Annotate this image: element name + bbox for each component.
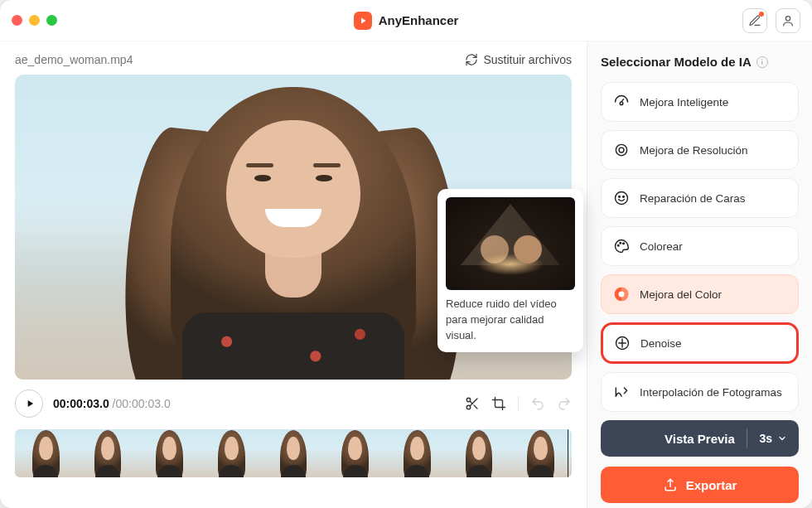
user-icon bbox=[781, 14, 795, 27]
refresh-icon bbox=[465, 53, 478, 66]
timeline-frame[interactable] bbox=[448, 429, 510, 477]
color-wheel-icon bbox=[613, 286, 630, 302]
preview-duration: 3s bbox=[759, 432, 772, 445]
svg-line-5 bbox=[470, 401, 472, 404]
minimize-window-button[interactable] bbox=[29, 15, 40, 26]
export-label: Exportar bbox=[686, 478, 737, 492]
svg-point-10 bbox=[619, 196, 621, 198]
timeline-frame[interactable] bbox=[15, 429, 77, 477]
model-label: Mejora Inteligente bbox=[640, 96, 728, 109]
tooltip-thumbnail bbox=[446, 197, 575, 290]
model-label: Interpolación de Fotogramas bbox=[640, 386, 782, 399]
model-label: Mejora del Color bbox=[640, 288, 722, 301]
redo-icon[interactable] bbox=[557, 396, 572, 411]
model-option-denoise[interactable]: Denoise bbox=[601, 322, 799, 364]
timeline-frame[interactable] bbox=[510, 429, 572, 477]
model-option-resolution[interactable]: Mejora de Resolución bbox=[601, 130, 799, 170]
svg-point-8 bbox=[619, 148, 624, 152]
svg-line-4 bbox=[474, 405, 477, 409]
tooltip-text: Reduce ruido del vídeo para mejorar cali… bbox=[446, 297, 575, 344]
close-window-button[interactable] bbox=[12, 15, 22, 26]
timeline-frame[interactable] bbox=[324, 429, 386, 477]
timeline-frame[interactable] bbox=[386, 429, 448, 477]
window-controls bbox=[12, 15, 57, 26]
model-label: Mejora de Resolución bbox=[640, 144, 748, 157]
feedback-button[interactable] bbox=[742, 8, 767, 33]
svg-point-0 bbox=[785, 16, 790, 20]
ai-model-panel: Seleccionar Modelo de IA i Mejora Inteli… bbox=[587, 41, 812, 508]
svg-point-12 bbox=[617, 244, 619, 246]
chevron-down-icon bbox=[777, 433, 787, 443]
cut-icon[interactable] bbox=[465, 396, 480, 411]
preview-label: Vista Previa bbox=[665, 432, 735, 446]
export-button[interactable]: Exportar bbox=[601, 467, 799, 503]
model-option-color-enhance[interactable]: Mejora del Color bbox=[601, 274, 799, 314]
app-title-group: AnyEnhancer bbox=[0, 12, 812, 30]
svg-point-9 bbox=[616, 192, 628, 205]
total-duration: 00:00:03.0 bbox=[116, 397, 171, 410]
app-window: AnyEnhancer ae_demo_woman.mp4 Sustituir … bbox=[0, 0, 812, 508]
account-button[interactable] bbox=[776, 8, 800, 33]
current-time: 00:00:03.0 bbox=[53, 397, 109, 410]
model-label: Colorear bbox=[640, 240, 683, 253]
model-option-frame-interpolation[interactable]: Interpolación de Fotogramas bbox=[601, 372, 799, 412]
crop-icon[interactable] bbox=[491, 396, 506, 411]
svg-point-11 bbox=[623, 196, 625, 198]
timeline-frame[interactable] bbox=[138, 429, 201, 477]
file-name-label: ae_demo_woman.mp4 bbox=[15, 53, 133, 66]
palette-icon bbox=[613, 238, 630, 254]
replace-file-label: Sustituir archivos bbox=[483, 53, 572, 66]
smile-icon bbox=[613, 190, 630, 206]
model-option-smart-enhance[interactable]: Mejora Inteligente bbox=[601, 82, 799, 122]
svg-point-14 bbox=[623, 243, 625, 244]
editor-area: ae_demo_woman.mp4 Sustituir archivos bbox=[0, 41, 587, 508]
denoise-icon bbox=[614, 335, 631, 351]
svg-point-16 bbox=[619, 292, 625, 298]
timeline-frame[interactable] bbox=[263, 429, 325, 477]
preview-button[interactable]: Vista Previa 3s bbox=[601, 420, 799, 457]
maximize-window-button[interactable] bbox=[46, 15, 57, 26]
model-tooltip-card: Reduce ruido del vídeo para mejorar cali… bbox=[437, 189, 583, 352]
app-logo-icon bbox=[354, 12, 372, 30]
app-title: AnyEnhancer bbox=[379, 13, 459, 27]
timeline[interactable] bbox=[15, 429, 572, 477]
timeline-frame[interactable] bbox=[77, 429, 139, 477]
timeline-frame[interactable] bbox=[201, 429, 263, 477]
model-label: Denoise bbox=[640, 337, 682, 350]
model-option-colorize[interactable]: Colorear bbox=[601, 226, 799, 266]
model-option-face-repair[interactable]: Reparación de Caras bbox=[601, 178, 799, 218]
title-bar: AnyEnhancer bbox=[0, 0, 812, 41]
undo-icon[interactable] bbox=[530, 396, 545, 411]
interpolation-icon bbox=[613, 384, 630, 400]
gauge-icon bbox=[613, 94, 630, 110]
playback-time: 00:00:03.0 /00:00:03.0 bbox=[53, 397, 171, 410]
play-button[interactable] bbox=[15, 389, 43, 418]
svg-point-13 bbox=[620, 242, 621, 244]
model-label: Reparación de Caras bbox=[640, 192, 746, 205]
preview-duration-selector[interactable]: 3s bbox=[759, 432, 787, 445]
info-icon[interactable]: i bbox=[756, 56, 768, 68]
panel-title: Seleccionar Modelo de IA bbox=[601, 55, 752, 69]
playhead[interactable] bbox=[568, 429, 569, 477]
play-icon bbox=[24, 398, 36, 409]
export-icon bbox=[663, 477, 678, 492]
svg-point-7 bbox=[616, 144, 626, 155]
replace-file-button[interactable]: Sustituir archivos bbox=[465, 53, 572, 66]
controls-divider bbox=[518, 396, 519, 411]
target-icon bbox=[613, 142, 630, 158]
